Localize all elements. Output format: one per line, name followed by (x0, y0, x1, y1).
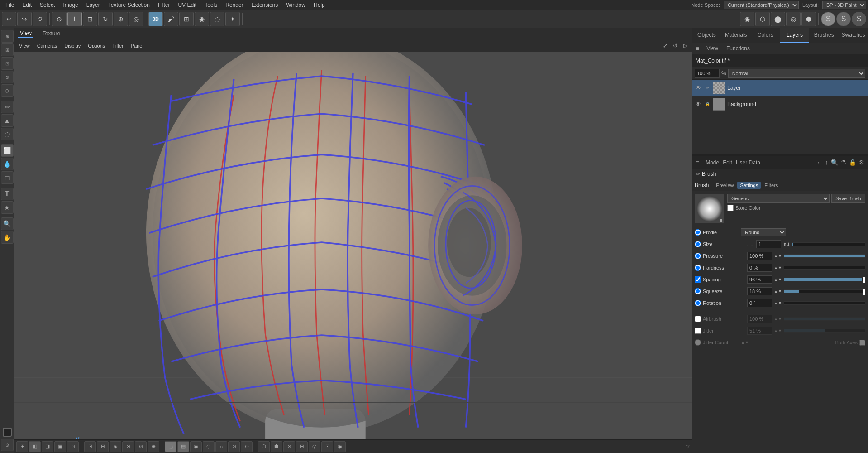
move-tool[interactable]: ✛ (67, 12, 82, 26)
mode-lock-icon[interactable]: 🔒 (849, 159, 856, 166)
vp-menu-display[interactable]: Display (62, 42, 83, 49)
rotation-bar[interactable] (784, 301, 865, 305)
bottom-btn-a[interactable]: ⊡ (84, 441, 96, 452)
rotation-radio[interactable] (695, 300, 701, 306)
hand-tool[interactable]: ✋ (1, 231, 14, 244)
vp-icon-render[interactable]: ▷ (681, 41, 690, 50)
bottom-btn-r[interactable]: ◉ (334, 441, 346, 452)
shader-btn-3[interactable]: S (852, 12, 866, 26)
jitter-checkbox[interactable] (695, 328, 701, 334)
bottom-btn-j[interactable]: ⊛ (228, 441, 240, 452)
bottom-btn-g[interactable]: ◉ (190, 441, 202, 452)
layer-item-layer[interactable]: 👁 ✏ Layer (692, 80, 868, 96)
viewport-canvas[interactable]: Y X Z (14, 52, 692, 439)
vp-icon-refresh[interactable]: ↺ (671, 41, 680, 50)
brush-tab-filters[interactable]: Filters (762, 182, 781, 189)
bottom-btn-view3[interactable]: ⊙ (67, 441, 79, 452)
menu-render[interactable]: Render (222, 1, 247, 9)
menu-image[interactable]: Image (59, 1, 81, 9)
bottom-btn-q[interactable]: ⊡ (321, 441, 333, 452)
pressure-radio[interactable] (695, 253, 701, 259)
rotation-input[interactable] (747, 299, 772, 307)
bottom-btn-p[interactable]: ◎ (309, 441, 320, 452)
bottom-btn-h[interactable]: ◌ (203, 441, 215, 452)
bottom-btn-cam[interactable]: ◧ (29, 441, 41, 452)
menu-select[interactable]: Select (36, 1, 58, 9)
bottom-btn-l[interactable]: ⬡ (258, 441, 270, 452)
menu-uv-edit[interactable]: UV Edit (175, 1, 200, 9)
bottom-btn-o[interactable]: ⊞ (296, 441, 308, 452)
layer-eye-icon-2[interactable]: 👁 (695, 101, 702, 108)
sub-item-view[interactable]: View (703, 44, 722, 53)
hardness-bar[interactable] (784, 266, 865, 270)
bottom-btn-n[interactable]: ⊝ (283, 441, 295, 452)
spacing-bar[interactable] (784, 278, 865, 281)
select-tool[interactable]: ⊙ (52, 12, 67, 26)
jitter-spinner[interactable]: ▲▼ (774, 328, 782, 333)
vp-icon-expand[interactable]: ⤢ (661, 41, 670, 50)
airbrush-bar[interactable] (784, 317, 865, 321)
star-tool[interactable]: ★ (1, 201, 14, 214)
airbrush-input[interactable] (747, 315, 772, 323)
spacing-spinner[interactable]: ▲▼ (774, 277, 782, 282)
layer-lock-icon-1[interactable]: ✏ (704, 84, 711, 92)
tab-objects[interactable]: Objects (692, 28, 721, 43)
squeeze-radio[interactable] (695, 288, 701, 294)
spacing-checkbox[interactable] (695, 276, 701, 283)
squeeze-input[interactable] (747, 287, 772, 295)
menu-extensions[interactable]: Extensions (248, 1, 282, 9)
tab-swatches[interactable]: Swatches (839, 28, 868, 43)
bottom-btn-f[interactable]: ⊕ (148, 441, 159, 452)
history-button[interactable]: ⏱ (33, 12, 47, 26)
opacity-input[interactable] (695, 69, 720, 78)
layer-eye-icon-1[interactable]: 👁 (695, 84, 702, 92)
bottom-btn-d[interactable]: ⊗ (122, 441, 134, 452)
bottom-btn-view2[interactable]: ▣ (54, 441, 66, 452)
smear-tool[interactable]: ◌ (210, 12, 224, 26)
menu-tools[interactable]: Tools (201, 1, 221, 9)
layer-item-background[interactable]: 👁 🔒 Background (692, 96, 868, 112)
plane-view-btn[interactable]: ⬢ (801, 12, 816, 26)
camera-tool[interactable]: ◎ (129, 12, 143, 26)
box-tool[interactable]: ⊡ (1, 57, 14, 70)
node-space-select[interactable]: Current (Standard/Physical) (724, 1, 799, 9)
jitter-count-radio[interactable] (695, 339, 701, 346)
hamburger-icon[interactable]: ≡ (696, 45, 699, 52)
pressure-spinner[interactable]: ▲▼ (774, 254, 782, 258)
mode-filter-icon[interactable]: ⚗ (841, 159, 846, 166)
save-brush-button[interactable]: Save Brush (831, 194, 865, 203)
paint-tool[interactable]: 🖌 (164, 12, 178, 26)
both-axes-checkbox[interactable] (859, 340, 865, 346)
clone-tool[interactable]: ⊞ (179, 12, 194, 26)
circle-mode[interactable]: ⊙ (1, 439, 14, 451)
menu-layer[interactable]: Layer (83, 1, 104, 9)
stamp-tool[interactable]: ◉ (195, 12, 209, 26)
mode-up-icon[interactable]: ↑ (825, 159, 829, 166)
sphere-view-btn[interactable]: ◉ (740, 12, 754, 26)
airbrush-spinner[interactable]: ▲▼ (774, 317, 782, 321)
rotate-tool[interactable]: ↻ (98, 12, 113, 26)
brush-tool-left[interactable]: ✏ (1, 101, 14, 113)
transform-tool[interactable]: ⊕ (114, 12, 128, 26)
menu-help[interactable]: Help (310, 1, 329, 9)
text-tool[interactable]: T (1, 188, 14, 200)
nav-tool[interactable]: ⊕ (1, 30, 14, 43)
menu-window[interactable]: Window (282, 1, 309, 9)
layer-lock-icon-2[interactable]: 🔒 (704, 101, 711, 108)
hardness-input[interactable] (747, 264, 772, 272)
viewport-tab-texture[interactable]: Texture (41, 29, 62, 38)
bottom-btn-e[interactable]: ⊘ (135, 441, 147, 452)
airbrush-checkbox[interactable] (695, 316, 701, 322)
smear-tool-left[interactable]: ◌ (1, 128, 14, 140)
bottom-btn-grid[interactable]: ⊞ (16, 441, 28, 452)
3d-view-button[interactable]: 3D (148, 12, 163, 26)
brush-tab-preview[interactable]: Preview (713, 182, 736, 189)
bottom-btn-k[interactable]: ⊜ (241, 441, 253, 452)
profile-dropdown[interactable]: Round (741, 228, 786, 236)
pressure-bar[interactable] (784, 254, 865, 258)
cube-view-btn[interactable]: ⬡ (755, 12, 770, 26)
tab-colors[interactable]: Colors (751, 28, 780, 43)
torus-view-btn[interactable]: ◎ (786, 12, 801, 26)
mode-back-icon[interactable]: ← (817, 159, 823, 166)
transform-tool-left[interactable]: ⊞ (1, 43, 14, 56)
